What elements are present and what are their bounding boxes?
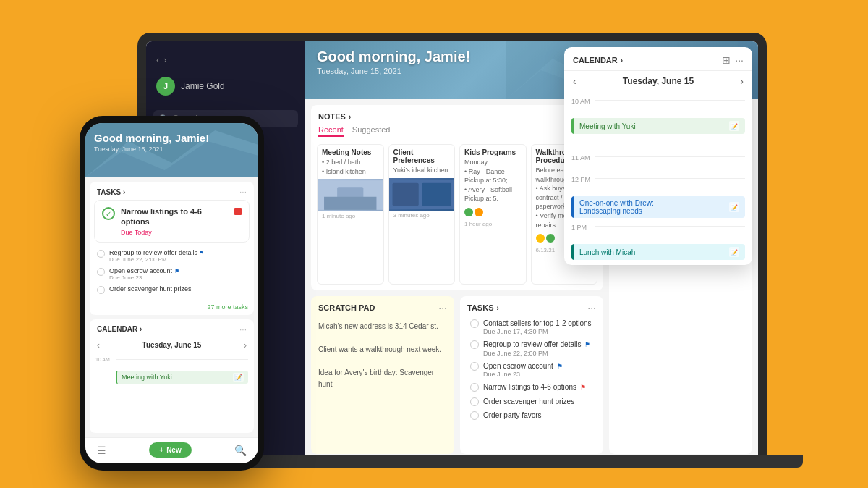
calendar-next-icon[interactable]: ›: [740, 75, 744, 87]
task-radio[interactable]: [470, 397, 479, 406]
task-item: Regroup to review offer details ⚑ Due Ju…: [464, 337, 599, 359]
task-highlight-card[interactable]: ✓ Narrow listings to 4-6 options Due Tod…: [94, 200, 250, 243]
time-line: [595, 226, 745, 227]
note-card-title: Kids Programs: [460, 145, 526, 158]
time-label: 10 AM: [571, 96, 595, 105]
phone-task-content: Open escrow account ⚑ Due June 23: [109, 267, 179, 281]
scratch-widget: SCRATCH PAD ··· Micah's new address is 3…: [311, 296, 454, 454]
phone-menu-icon[interactable]: ☰: [97, 445, 106, 456]
svg-rect-7: [324, 197, 376, 210]
task-radio[interactable]: [470, 362, 479, 371]
calendar-add-icon[interactable]: ⊞: [722, 54, 731, 66]
phone-task-radio[interactable]: [97, 286, 105, 294]
time-row: 10 AM: [564, 94, 752, 116]
phone-time-row: 10 AM: [90, 355, 254, 369]
task-item: Order scavenger hunt prizes: [464, 395, 599, 408]
phone-calendar-timeline: 10 AM Meeting with Yuki 📝: [90, 353, 254, 387]
task-check-circle: ✓: [102, 207, 115, 220]
phone-task-name: Open escrow account ⚑: [109, 267, 179, 274]
time-line: [595, 178, 745, 179]
calendar-nav: ‹ Tuesday, June 15 ›: [564, 71, 752, 91]
notes-chevron-icon: ›: [349, 113, 351, 121]
phone-cal-next-icon[interactable]: ›: [244, 340, 247, 350]
phone-time-label: 10 AM: [95, 356, 116, 362]
sidebar-user: J Jamie Gold: [146, 71, 305, 101]
phone-calendar-more-icon[interactable]: ···: [239, 324, 247, 335]
event-note-icon: 📝: [729, 121, 739, 131]
event-title: Lunch with Micah: [579, 248, 635, 256]
flag-blue-icon: ⚑: [557, 363, 563, 370]
task-text: Order scavenger hunt prizes: [483, 397, 574, 406]
phone-cal-prev-icon[interactable]: ‹: [97, 340, 100, 350]
task-content: Contact sellers for top 1-2 options Due …: [483, 319, 592, 335]
phone-event-note-icon: 📝: [233, 373, 244, 382]
phone-calendar-nav: ‹ Tuesday, June 15 ›: [90, 337, 254, 353]
calendar-date: Tuesday, June 15: [623, 76, 694, 86]
scratch-content[interactable]: Micah's new address is 314 Cedar st. Cli…: [311, 316, 454, 454]
task-radio[interactable]: [470, 411, 479, 420]
task-item: Contact sellers for top 1-2 options Due …: [464, 316, 599, 337]
phone-task-radio[interactable]: [97, 268, 105, 276]
task-text: Narrow listings to 4-6 options ⚑: [483, 382, 586, 392]
phone-tasks-widget: TASKS › ··· ✓ Narrow listings to 4-6 opt…: [90, 182, 254, 315]
calendar-prev-icon[interactable]: ‹: [573, 75, 576, 87]
phone-calendar-widget: CALENDAR › ··· ‹ Tuesday, June 15 › 10 A…: [90, 319, 254, 433]
task-item: Narrow listings to 4-6 options ⚑: [464, 380, 599, 395]
task-item: Order party favors: [464, 408, 599, 422]
tab-suggested[interactable]: Suggested: [352, 125, 391, 137]
phone-new-button[interactable]: + New: [149, 442, 191, 458]
phone-task-radio[interactable]: [97, 250, 105, 258]
avatar: J: [156, 77, 175, 96]
tasks-more-icon[interactable]: ···: [587, 302, 596, 314]
task-text: Contact sellers for top 1-2 options: [483, 319, 592, 328]
scratch-more-icon[interactable]: ···: [438, 302, 447, 314]
phone-more-tasks[interactable]: 27 more tasks: [90, 302, 254, 315]
event-note-icon: 📝: [729, 202, 739, 212]
calendar-header: CALENDAR › ⊞ ···: [564, 47, 752, 71]
note-card[interactable]: Meeting Notes • 2 bed / bath• Island kit…: [317, 144, 384, 285]
calendar-title: CALENDAR ›: [573, 56, 623, 64]
phone-tasks-more-icon[interactable]: ···: [239, 187, 247, 197]
task-radio[interactable]: [470, 319, 479, 328]
avatar-dot: [536, 234, 545, 243]
phone-search-icon[interactable]: 🔍: [234, 445, 247, 456]
calendar-more-icon[interactable]: ···: [735, 54, 744, 66]
flag-blue-icon: ⚑: [584, 341, 590, 348]
task-due: Due June 22, 2:00 PM: [483, 350, 590, 357]
time-row: 1 PM: [564, 220, 752, 242]
note-card[interactable]: Client Preferences Yuki's ideal kitchen.…: [388, 144, 456, 285]
task-content: Regroup to review offer details ⚑ Due Ju…: [483, 340, 590, 357]
phone-task-content: Order scavenger hunt prizes: [109, 285, 192, 293]
task-radio[interactable]: [470, 340, 479, 349]
task-highlight-due: Due Today: [121, 229, 229, 236]
phone-screen: Good morning, Jamie! Tuesday, June 15, 2…: [85, 123, 258, 463]
calendar-event[interactable]: One-on-one with Drew:Landscaping needs 📝: [571, 196, 745, 218]
hero-date: Tuesday, June 15, 2021: [317, 67, 470, 75]
phone-tasks-header: TASKS › ···: [90, 182, 254, 200]
nav-back-icon[interactable]: ‹: [156, 54, 159, 65]
note-timestamp: 1 hour ago: [460, 219, 526, 230]
calendar-event[interactable]: Meeting with Yuki 📝: [571, 118, 745, 134]
calendar-event[interactable]: Lunch with Micah 📝: [571, 244, 745, 260]
task-radio[interactable]: [470, 383, 479, 392]
phone-calendar-event[interactable]: Meeting with Yuki 📝: [116, 371, 248, 384]
tab-recent[interactable]: Recent: [318, 125, 344, 137]
svg-rect-9: [392, 182, 418, 206]
time-label: 11 AM: [571, 152, 595, 161]
flag-red-icon: [234, 208, 242, 215]
tasks-widget: TASKS › ··· Contact sellers for top 1-2 …: [460, 296, 603, 454]
phone-task-name: Regroup to review offer details ⚑: [109, 249, 204, 256]
event-note-icon: 📝: [729, 247, 739, 257]
calendar-icons: ⊞ ···: [722, 54, 744, 66]
time-line: [595, 100, 745, 101]
hero-text: Good morning, Jamie! Tuesday, June 15, 2…: [317, 49, 470, 75]
tasks-title: TASKS ›: [467, 303, 499, 312]
note-card-body: • 2 bed / bath• Island kitchen: [318, 158, 383, 179]
note-card[interactable]: Kids Programs Monday:• Ray - Dance -Pick…: [459, 144, 527, 285]
nav-forward-icon[interactable]: ›: [163, 54, 166, 65]
note-card-image: [318, 179, 383, 211]
time-row: 11 AM: [564, 151, 752, 172]
task-highlight-text: Narrow listings to 4-6 options: [121, 206, 229, 227]
phone-content: TASKS › ··· ✓ Narrow listings to 4-6 opt…: [85, 177, 258, 437]
note-timestamp: 3 minutes ago: [389, 211, 455, 222]
